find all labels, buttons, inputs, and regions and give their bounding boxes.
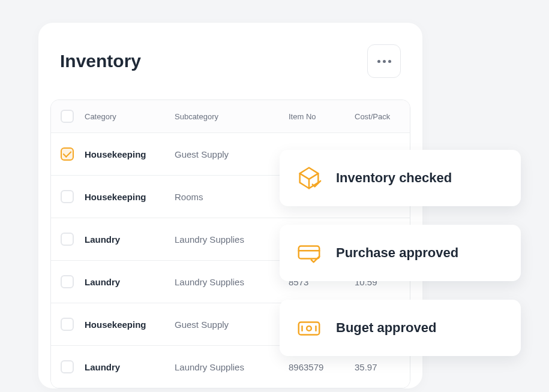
column-header-cost[interactable]: Cost/Pack (355, 112, 409, 121)
row-checkbox[interactable] (61, 360, 74, 373)
cell-category: Housekeeping (85, 149, 175, 159)
cell-category: Housekeeping (85, 192, 175, 202)
svg-rect-0 (299, 246, 320, 259)
notification-label: Purchase approved (336, 245, 458, 261)
column-header-item-no[interactable]: Item No (289, 112, 355, 121)
cell-category: Laundry (85, 362, 175, 372)
cell-subcategory: Rooms (175, 192, 289, 202)
notification-budget-approved[interactable]: Buget approved (280, 300, 521, 356)
money-icon (295, 314, 323, 342)
column-header-subcategory[interactable]: Subcategory (175, 112, 289, 121)
notification-label: Buget approved (336, 320, 436, 336)
cell-category: Housekeeping (85, 319, 175, 330)
row-checkbox[interactable] (61, 190, 74, 203)
notification-inventory-checked[interactable]: Inventory checked (280, 150, 521, 206)
card-header: Inventory (38, 44, 422, 92)
select-all-checkbox[interactable] (61, 110, 74, 123)
dot-icon (377, 60, 380, 63)
page-title: Inventory (60, 51, 141, 71)
cell-subcategory: Guest Supply (175, 149, 289, 159)
table-header: Category Subcategory Item No Cost/Pack (51, 100, 410, 133)
box-check-icon (295, 164, 323, 192)
card-check-icon (295, 239, 323, 267)
cell-category: Laundry (85, 277, 175, 287)
row-checkbox[interactable] (61, 233, 74, 246)
cell-item-no: 8963579 (289, 362, 355, 372)
cell-subcategory: Laundry Supplies (175, 277, 289, 287)
dot-icon (383, 60, 386, 63)
dot-icon (388, 60, 391, 63)
cell-subcategory: Laundry Supplies (175, 234, 289, 245)
row-checkbox[interactable] (61, 147, 74, 161)
cell-subcategory: Laundry Supplies (175, 362, 289, 372)
more-actions-button[interactable] (367, 44, 401, 78)
svg-point-3 (307, 326, 311, 331)
row-checkbox[interactable] (61, 275, 74, 288)
row-checkbox[interactable] (61, 318, 74, 331)
notification-purchase-approved[interactable]: Purchase approved (280, 225, 521, 281)
column-header-category[interactable]: Category (85, 112, 175, 121)
cell-cost: 35.97 (355, 362, 409, 372)
cell-subcategory: Guest Supply (175, 319, 289, 330)
notification-label: Inventory checked (336, 170, 452, 186)
cell-category: Laundry (85, 234, 175, 245)
